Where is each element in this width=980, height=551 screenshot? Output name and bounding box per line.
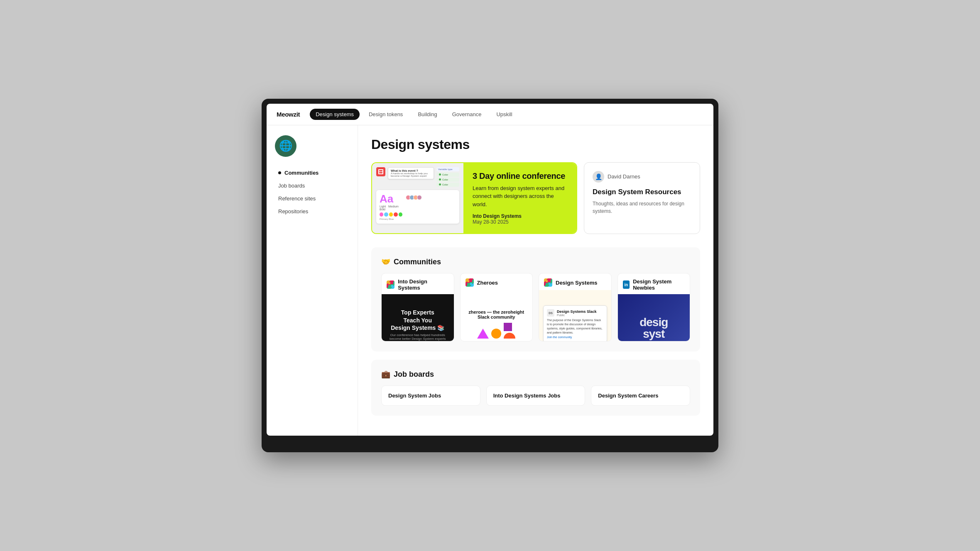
job-boards-header: 💼 Job boards <box>381 370 690 379</box>
slack-icon-zheroes <box>466 278 474 287</box>
secondary-card-title: Design System Resources <box>593 188 691 197</box>
card-newbies[interactable]: in Design System Newbies desigsyst servi… <box>617 273 691 341</box>
main-layout: 🌐 Communities Job boards Reference sites… <box>267 125 713 436</box>
svg-rect-0 <box>388 282 390 284</box>
monitor-frame: Meowzit Design systems Design tokens Bui… <box>262 99 718 452</box>
thumbnail-ids: Top ExpertsTeach YouDesign Systems 📚 Our… <box>382 294 454 341</box>
screen: Meowzit Design systems Design tokens Bui… <box>267 104 713 436</box>
card-name-zheroes: Zheroes <box>477 280 498 286</box>
sidebar-item-reference-sites[interactable]: Reference sites <box>275 193 349 205</box>
shape-rect <box>504 323 512 331</box>
thumbnail-zheroes: zheroes — the zeroheightSlack community <box>461 290 533 341</box>
svg-rect-11 <box>549 283 551 285</box>
ds-small-icon: DS <box>547 309 554 317</box>
sidebar-label-repositories: Repositories <box>278 208 308 215</box>
job-boards-section: 💼 Job boards Design System Jobs Into Des… <box>371 360 700 416</box>
shape-circle <box>491 329 501 339</box>
job-card-design-system-jobs[interactable]: Design System Jobs <box>381 385 480 406</box>
preview-inner: Aa Light Medium Bold <box>376 190 459 224</box>
communities-grid: Into Design Systems Top ExpertsTeach You… <box>381 273 690 341</box>
sidebar: 🌐 Communities Job boards Reference sites… <box>267 125 358 436</box>
svg-rect-8 <box>546 280 548 282</box>
author-avatar: 👤 <box>593 171 604 183</box>
sidebar-item-communities[interactable]: Communities <box>275 167 349 179</box>
svg-rect-2 <box>388 285 390 287</box>
job-card-into-design-systems-jobs[interactable]: Into Design Systems Jobs <box>486 385 586 406</box>
hero-card-info: 3 Day online conference Learn from desig… <box>463 163 576 234</box>
communities-header: 🤝 Communities <box>381 257 690 266</box>
shape-half-circle <box>504 333 515 339</box>
job-card-design-system-careers[interactable]: Design System Careers <box>591 385 690 406</box>
hero-card-main[interactable]: What is this event ? A hands-on workshop… <box>371 162 577 234</box>
communities-section: 🤝 Communities <box>371 247 700 351</box>
ds-slack-inner: DS Design Systems Slack Public The purpo… <box>543 305 607 341</box>
active-dot <box>278 171 281 174</box>
top-nav: Meowzit Design systems Design tokens Bui… <box>267 104 713 125</box>
hero-preview: What is this event ? A hands-on workshop… <box>372 163 463 234</box>
tab-design-tokens[interactable]: Design tokens <box>363 109 409 120</box>
card-into-design-systems[interactable]: Into Design Systems Top ExpertsTeach You… <box>381 273 454 341</box>
thumbnail-newbies: desigsyst service way +Labe <box>618 294 690 341</box>
svg-rect-7 <box>470 283 472 285</box>
tab-governance[interactable]: Governance <box>446 109 488 120</box>
hero-source: Into Design Systems <box>473 213 567 219</box>
main-content: Design systems <box>358 125 713 436</box>
preview-faces <box>406 195 456 200</box>
card-zheroes[interactable]: Zheroes zheroes — the zeroheightSlack co… <box>460 273 533 341</box>
linkedin-icon-newbies: in <box>623 280 630 289</box>
slack-icon-ids <box>387 280 394 289</box>
sidebar-item-repositories[interactable]: Repositories <box>275 205 349 217</box>
card-name-ids: Into Design Systems <box>398 278 448 291</box>
hero-badge: 3 Day online conference <box>473 171 567 181</box>
slack-icon-ds <box>544 278 552 287</box>
hero-date: May 28-30 2025 <box>473 219 567 225</box>
svg-rect-5 <box>470 280 472 282</box>
job-boards-icon: 💼 <box>381 370 390 379</box>
secondary-card-desc: Thoughts, ideas and resources for design… <box>593 200 691 215</box>
sidebar-item-job-boards[interactable]: Job boards <box>275 180 349 192</box>
job-boards-title: Job boards <box>394 370 434 379</box>
sidebar-label-job-boards: Job boards <box>278 183 305 189</box>
hero-card-secondary[interactable]: 👤 David Darnes Design System Resources T… <box>584 162 700 234</box>
card-name-newbies: Design System Newbies <box>633 278 685 291</box>
card-header-newbies: in Design System Newbies <box>618 273 690 294</box>
svg-rect-9 <box>549 280 551 282</box>
sidebar-label-communities: Communities <box>284 170 318 176</box>
svg-rect-1 <box>391 282 393 284</box>
tab-design-systems[interactable]: Design systems <box>310 109 360 120</box>
hero-description: Learn from design system experts and con… <box>473 184 567 209</box>
card-header-ds: Design Systems <box>539 273 611 290</box>
avatar: 🌐 <box>275 135 296 157</box>
secondary-author: 👤 David Darnes <box>593 171 691 183</box>
author-name: David Darnes <box>608 173 640 180</box>
page-title: Design systems <box>371 137 700 152</box>
card-design-systems[interactable]: Design Systems DS Design Systems Slack P… <box>539 273 612 341</box>
card-name-ds: Design Systems <box>556 280 597 286</box>
card-header-zheroes: Zheroes <box>461 273 533 290</box>
thumbnail-ds-slack: DS Design Systems Slack Public The purpo… <box>539 290 611 341</box>
hero-section: What is this event ? A hands-on workshop… <box>371 162 700 234</box>
card-header-ids: Into Design Systems <box>382 273 454 294</box>
preview-ds-icon <box>376 167 385 176</box>
sidebar-label-reference-sites: Reference sites <box>278 195 316 202</box>
tab-building[interactable]: Building <box>412 109 443 120</box>
svg-rect-10 <box>546 283 548 285</box>
preview-popup: What is this event ? A hands-on workshop… <box>388 167 434 179</box>
tab-upskill[interactable]: Upskill <box>490 109 518 120</box>
shape-triangle <box>477 329 489 339</box>
svg-rect-4 <box>467 280 469 282</box>
logo: Meowzit <box>277 111 300 118</box>
svg-rect-3 <box>391 285 393 287</box>
newbies-text: desigsyst <box>639 317 668 340</box>
svg-rect-6 <box>467 283 469 285</box>
communities-title: Communities <box>394 258 441 266</box>
communities-icon: 🤝 <box>381 257 390 266</box>
job-cards-grid: Design System Jobs Into Design Systems J… <box>381 385 690 406</box>
